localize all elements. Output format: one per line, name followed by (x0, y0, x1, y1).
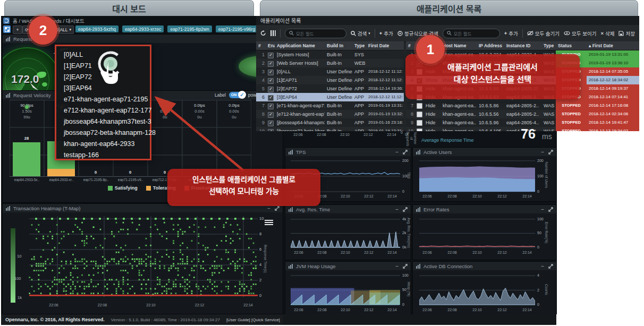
window-header: 애플리케이션 목록 (256, 16, 639, 25)
velocity-bar-segment (13, 142, 40, 176)
expand-icon[interactable] (403, 207, 408, 212)
minimize-icon[interactable]: − (541, 263, 544, 269)
expand-icon[interactable] (403, 150, 408, 155)
table-row[interactable]: 3✓[0]ALLUser DefinedAPP2018-12-12 11:12: (256, 67, 404, 76)
heatmap-xticks: 22:0622:0822:1022:1222:14 (46, 303, 256, 307)
instance-chip[interactable]: eap64-2933-5xzhq (75, 25, 118, 32)
minimize-icon[interactable]: − (395, 149, 399, 155)
time-tick: 22:08 (444, 194, 460, 198)
table-row[interactable]: 8✓[e712-khan-agent-eap7..Built-InAPP2019… (256, 110, 404, 118)
footer-copyright: Opennaru, Inc. © 2016, All Rights Reserv… (5, 317, 105, 322)
time-tick: 22:12 (361, 194, 377, 198)
row-checkbox[interactable]: ✓ (268, 121, 274, 126)
row-checkbox[interactable]: ✓ (268, 61, 274, 67)
expand-icon[interactable] (275, 206, 279, 211)
columns-icon[interactable] (270, 30, 276, 36)
grid-view-button[interactable] (3, 25, 11, 33)
row-checkbox[interactable] (417, 120, 422, 126)
minimize-icon[interactable]: − (395, 263, 399, 269)
dropdown-item[interactable]: e71-khan-agent-eap71-2195 (64, 94, 149, 105)
label-toggle[interactable]: ON✓ (229, 92, 245, 98)
table-row[interactable]: 2✓[Web Server Hosts]Built-InWEB (256, 59, 404, 67)
expand-icon[interactable] (548, 150, 553, 155)
tab-application-list[interactable]: 애플리케이션 목록 (260, 0, 638, 16)
instance-chip[interactable]: eap71-2195-v96rg (216, 25, 258, 32)
search-input[interactable]: 모든 필드 (285, 29, 346, 38)
expand-icon[interactable] (403, 264, 408, 269)
save-button[interactable]: 저장 (618, 30, 634, 37)
legend-item: Satisfying (108, 185, 138, 191)
expand-icon[interactable] (548, 264, 553, 269)
table-row[interactable]: 7Hidekhan-agent-ea..10.6.5.86eap64-2805-… (406, 101, 639, 110)
tab-dashboard[interactable]: 대시 보드 (4, 0, 254, 16)
minimize-icon[interactable]: − (267, 205, 270, 211)
add-button[interactable]: +추가 (379, 30, 393, 37)
refresh-icon[interactable]: ⟳ (405, 132, 409, 137)
charts-block: 22:0622:0822:1022:1222:14 Number of Requ… (283, 131, 557, 314)
y-tick-label: 0 (402, 303, 404, 306)
time-tick: 22:14 (519, 308, 535, 312)
annotation-badge-2: 2 (29, 16, 57, 45)
expand-icon[interactable] (548, 207, 553, 212)
add-button-2[interactable]: +추가 (504, 30, 518, 37)
table-row[interactable]: 4✓[1]EAP71User DefinedAPP2018-12-12 11:1… (256, 76, 404, 84)
eye-slash-icon (527, 31, 533, 36)
bar-value-label: 0 (113, 170, 147, 175)
time-tick: 22:12 (361, 308, 377, 312)
row-checkbox[interactable] (417, 111, 422, 117)
minimize-icon[interactable]: − (395, 207, 399, 212)
refresh-icon[interactable] (260, 30, 266, 36)
chart-icon (289, 264, 293, 269)
add-dashboard-button[interactable]: + (13, 25, 22, 34)
search-icon (447, 31, 452, 36)
search-placeholder: 모든 필드 (454, 30, 472, 37)
row-checkbox[interactable]: ✓ (268, 87, 274, 92)
row-checkbox[interactable]: ✓ (268, 129, 274, 131)
delete-button[interactable]: ×삭제 (600, 30, 614, 37)
time-tick: 22:06 (291, 251, 307, 254)
show-all-button[interactable]: 모두 보이기 (564, 30, 596, 37)
table-row[interactable]: 6✓[3]EAP64User DefinedAPP2018-12-12 11:1… (256, 93, 404, 101)
chart-icon (416, 150, 421, 155)
search-input-2[interactable]: 모든 필드 (443, 29, 500, 38)
row-checkbox[interactable]: ✓ (268, 78, 274, 84)
row-checkbox[interactable]: ✓ (268, 53, 274, 58)
table-row[interactable]: 9✓[jbosseap64-khanapm3..Built-InAPP2019-… (256, 118, 404, 127)
heatmap-chart (27, 215, 276, 305)
time-tick: 22:06 (419, 308, 435, 312)
minimize-icon[interactable]: − (541, 207, 544, 212)
row-checkbox[interactable]: ✓ (268, 95, 274, 101)
chart-icon (6, 93, 11, 98)
y-tick-label: 100 (537, 217, 544, 221)
dropdown-item[interactable]: e712-khan-agent-eap712-177 (64, 105, 149, 116)
instance-chip[interactable]: eap71-2195-8p2wn (167, 25, 211, 32)
refresh-icon[interactable] (3, 18, 10, 24)
search-button[interactable]: 검색▾ (351, 30, 370, 37)
y-tick-label: 100 (537, 174, 544, 178)
chart-icon (289, 150, 293, 155)
dropdown-item[interactable]: jbosseap64-khanapm37test-3 (64, 116, 149, 127)
table-row[interactable]: 5✓[2]EAP72User DefinedAPP2018-12-14 19:3… (256, 84, 404, 93)
row-checkbox[interactable]: ✓ (268, 70, 274, 75)
table-row[interactable]: 1✓[System Hosts]Built-InSYS (256, 50, 404, 59)
table-row[interactable]: 10✓[jbosseap72-beta-khan..Built-InAPP201… (256, 127, 404, 131)
instance-chip[interactable]: eap64-2933-xrzec (122, 25, 164, 32)
row-checkbox[interactable] (417, 103, 422, 109)
table-row[interactable]: 7✓[e71-khan-agent-eap71..Built-InAPP2019… (256, 101, 404, 110)
row-checkbox[interactable]: ✓ (268, 112, 274, 118)
heatmap-yaxis-title: Response Time(s) (264, 229, 267, 288)
hide-all-button[interactable]: 모두 숨기기 (527, 30, 560, 37)
dropdown-item[interactable]: jbosseap72-beta-khanapm-128 (64, 127, 149, 139)
app-list-toolbar: 모든 필드 검색▾ +추가 정규식으로 검색 모든 필드 +추가 모두 숨기기 (256, 25, 639, 42)
dropdown-item[interactable]: testapp-166 (64, 150, 149, 161)
legend-swatch (108, 186, 113, 191)
charts-bottom-strip (283, 314, 556, 325)
row-checkbox[interactable]: ✓ (268, 104, 274, 109)
minimize-icon[interactable]: − (541, 149, 544, 155)
table-row[interactable]: 9Hidekhan-agent-ea..10.6.5.96eap64-2805-… (406, 118, 639, 127)
time-tick: 22:08 (313, 133, 329, 136)
table-row[interactable]: 8Hidekhan-agent-ea..10.6.5.56eap64-2805-… (406, 110, 639, 118)
menu-icon[interactable] (265, 220, 273, 225)
footer-links[interactable]: [User Guide] [Quick Service] (226, 318, 280, 322)
dropdown-item[interactable]: khan-agent-eap64-2933 (64, 139, 149, 150)
